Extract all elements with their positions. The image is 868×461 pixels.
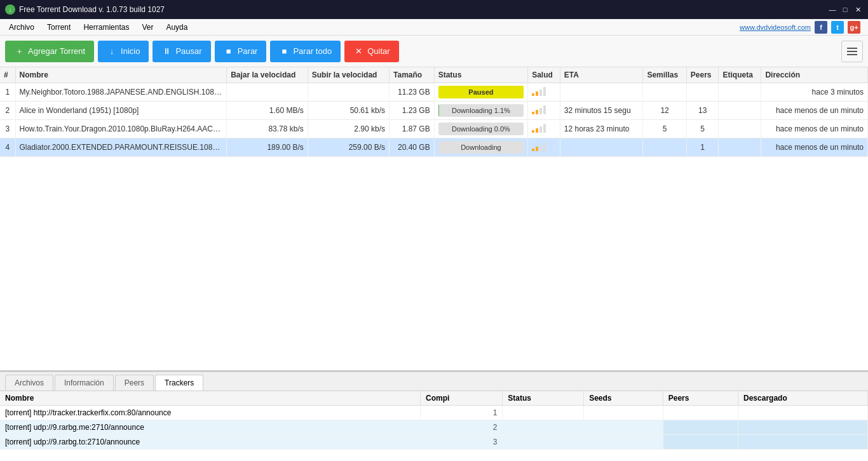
table-header-row: # Nombre Bajar la velocidad Subir la vel… [0, 67, 868, 83]
close-button[interactable]: ✕ [853, 4, 863, 15]
cell-size: 1.87 GB [390, 120, 435, 138]
trackers-col-peers[interactable]: Peers [663, 391, 738, 406]
add-torrent-button[interactable]: ＋ Agregar Torrent [5, 41, 94, 62]
pause-button[interactable]: ⏸ Pausar [153, 41, 210, 62]
tracker-cell-seeds [584, 406, 663, 420]
col-header-status[interactable]: Status [434, 67, 527, 83]
toolbar: ＋ Agregar Torrent ↓ Inicio ⏸ Pausar ■ Pa… [0, 36, 868, 67]
col-header-upload-speed[interactable]: Subir la velocidad [308, 67, 389, 83]
menu-bar: Archivo Torrent Herramientas Ver Auyda w… [0, 19, 868, 36]
cell-time: hace menos de un minuto [761, 138, 868, 157]
tracker-cell-status [503, 435, 584, 450]
tracker-cell-seeds [584, 435, 663, 450]
website-link[interactable]: www.dvdvideosoft.com [740, 23, 811, 31]
cell-eta: 12 horas 23 minuto [560, 120, 643, 138]
add-icon: ＋ [14, 46, 24, 57]
col-header-eta[interactable]: ETA [560, 67, 643, 83]
cell-peers: 13 [686, 102, 719, 120]
tabs-row: Archivos Información Peers Trackers [0, 372, 868, 391]
cell-size: 20.40 GB [390, 138, 435, 157]
minimize-button[interactable]: — [827, 4, 837, 15]
tracker-row[interactable]: [torrent] http://tracker.trackerfix.com:… [0, 406, 868, 420]
tab-archivos[interactable]: Archivos [5, 375, 53, 391]
tracker-cell-status [503, 420, 584, 435]
hamburger-menu-button[interactable] [841, 41, 863, 62]
facebook-button[interactable]: f [815, 21, 827, 34]
col-header-seeds[interactable]: Semillas [643, 67, 686, 83]
cell-name: Gladiator.2000.EXTENDED.PARAMOUNT.REISSU… [15, 138, 227, 157]
tracker-cell-name: [torrent] udp://9.rarbg.me:2710/announce [0, 420, 421, 435]
add-torrent-label: Agregar Torrent [28, 46, 85, 56]
col-header-label[interactable]: Etiqueta [719, 67, 761, 83]
stop-all-button[interactable]: ■ Parar todo [270, 41, 341, 62]
cell-time: hace 3 minutos [761, 83, 868, 102]
tab-informacion[interactable]: Información [55, 375, 114, 391]
trackers-col-compi[interactable]: Compi [421, 391, 503, 406]
hamburger-line-2 [847, 51, 857, 52]
hamburger-line-3 [847, 54, 857, 55]
trackers-col-downloaded[interactable]: Descargado [738, 391, 868, 406]
tracker-cell-downloaded [738, 406, 868, 420]
trackers-col-status[interactable]: Status [503, 391, 584, 406]
tracker-cell-name: [torrent] http://tracker.trackerfix.com:… [0, 406, 421, 420]
menu-torrent[interactable]: Torrent [41, 20, 77, 34]
googleplus-button[interactable]: g+ [848, 21, 860, 34]
table-row[interactable]: 4 Gladiator.2000.EXTENDED.PARAMOUNT.REIS… [0, 138, 868, 157]
maximize-button[interactable]: □ [840, 4, 850, 15]
col-header-num[interactable]: # [0, 67, 15, 83]
cell-num: 1 [0, 83, 15, 102]
cell-size: 1.23 GB [390, 102, 435, 120]
stop-all-icon: ■ [279, 46, 289, 57]
tab-peers[interactable]: Peers [115, 375, 154, 391]
cell-peers [686, 83, 719, 102]
col-header-download-speed[interactable]: Bajar la velocidad [227, 67, 308, 83]
cell-download-speed: 83.78 kb/s [227, 120, 308, 138]
table-row[interactable]: 2 Alice in Wonderland (1951) [1080p] 1.6… [0, 102, 868, 120]
cell-name: How.to.Train.Your.Dragon.2010.1080p.BluR… [15, 120, 227, 138]
menu-ver[interactable]: Ver [135, 20, 159, 34]
torrent-rows: 1 My.Neighbor.Totoro.1988.JAPANESE.AND.E… [0, 83, 868, 157]
start-button[interactable]: ↓ Inicio [98, 41, 149, 62]
menu-herramientas[interactable]: Herramientas [77, 20, 135, 34]
tracker-row[interactable]: [torrent] udp://9.rarbg.me:2710/announce… [0, 420, 868, 435]
menu-archivo[interactable]: Archivo [3, 20, 41, 34]
trackers-col-seeds[interactable]: Seeds [584, 391, 663, 406]
tracker-cell-peers [663, 406, 738, 420]
menu-auyda[interactable]: Auyda [159, 20, 194, 34]
pause-label: Pausar [175, 46, 201, 56]
trackers-col-name[interactable]: Nombre [0, 391, 421, 406]
torrent-table: # Nombre Bajar la velocidad Subir la vel… [0, 67, 868, 157]
cell-seeds: 5 [643, 120, 686, 138]
cell-label [719, 138, 761, 157]
col-header-time[interactable]: Dirección [761, 67, 868, 83]
col-header-peers[interactable]: Peers [686, 67, 719, 83]
cell-seeds [643, 138, 686, 157]
stop-button[interactable]: ■ Parar [215, 41, 267, 62]
main-content: # Nombre Bajar la velocidad Subir la vel… [0, 67, 868, 372]
window-controls: — □ ✕ [827, 4, 863, 15]
cell-status: Downloading [434, 138, 527, 157]
start-icon: ↓ [107, 46, 117, 57]
col-header-health[interactable]: Salud [528, 67, 560, 83]
col-header-name[interactable]: Nombre [15, 67, 227, 83]
tab-trackers[interactable]: Trackers [155, 375, 203, 391]
cell-upload-speed: 259.00 B/s [308, 138, 389, 157]
trackers-rows: [torrent] http://tracker.trackerfix.com:… [0, 406, 868, 450]
table-row[interactable]: 3 How.to.Train.Your.Dragon.2010.1080p.Bl… [0, 120, 868, 138]
col-header-size[interactable]: Tamaño [390, 67, 435, 83]
cell-upload-speed: 2.90 kb/s [308, 120, 389, 138]
tracker-cell-seeds [584, 420, 663, 435]
app-icon: ↓ [5, 4, 15, 15]
cell-health [528, 83, 560, 102]
twitter-button[interactable]: t [831, 21, 844, 34]
cell-size: 11.23 GB [390, 83, 435, 102]
trackers-table: Nombre Compi Status Seeds Peers Descarga… [0, 391, 868, 450]
cell-peers: 1 [686, 138, 719, 157]
tracker-row[interactable]: [torrent] udp://9.rarbg.to:2710/announce… [0, 435, 868, 450]
table-row[interactable]: 1 My.Neighbor.Totoro.1988.JAPANESE.AND.E… [0, 83, 868, 102]
quit-button[interactable]: ✕ Quitar [344, 41, 398, 62]
tracker-cell-compi: 3 [421, 435, 503, 450]
tab-content-trackers: Nombre Compi Status Seeds Peers Descarga… [0, 391, 868, 461]
app-title: Free Torrent Download v. 1.0.73 build 10… [19, 5, 827, 14]
tracker-cell-peers [663, 435, 738, 450]
